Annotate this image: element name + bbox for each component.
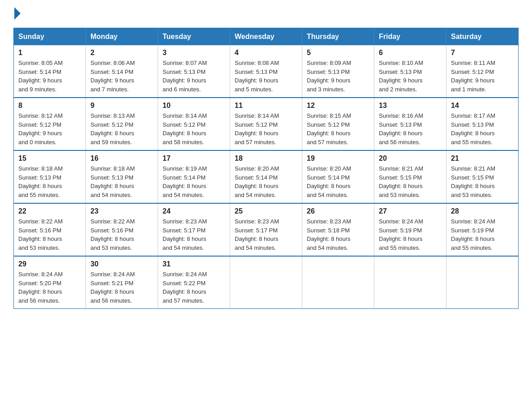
day-number: 30: [90, 260, 153, 268]
day-info: Sunrise: 8:24 AMSunset: 5:19 PMDaylight:…: [451, 217, 514, 252]
day-info: Sunrise: 8:17 AMSunset: 5:13 PMDaylight:…: [451, 111, 514, 146]
calendar-day-cell: 26Sunrise: 8:23 AMSunset: 5:18 PMDayligh…: [302, 203, 374, 256]
day-info: Sunrise: 8:24 AMSunset: 5:21 PMDaylight:…: [90, 270, 153, 305]
day-info: Sunrise: 8:24 AMSunset: 5:22 PMDaylight:…: [163, 270, 225, 305]
calendar-day-cell: 4Sunrise: 8:08 AMSunset: 5:13 PMDaylight…: [230, 45, 302, 98]
day-number: 23: [90, 207, 153, 215]
day-number: 3: [163, 49, 225, 57]
calendar-day-cell: 11Sunrise: 8:14 AMSunset: 5:12 PMDayligh…: [230, 98, 302, 150]
day-number: 8: [18, 102, 81, 110]
calendar-day-cell: 13Sunrise: 8:16 AMSunset: 5:13 PMDayligh…: [374, 98, 446, 150]
calendar-day-cell: 29Sunrise: 8:24 AMSunset: 5:20 PMDayligh…: [14, 256, 86, 309]
calendar-header-sunday: Sunday: [14, 28, 86, 46]
calendar-day-cell: 1Sunrise: 8:05 AMSunset: 5:14 PMDaylight…: [14, 45, 86, 98]
day-info: Sunrise: 8:23 AMSunset: 5:17 PMDaylight:…: [163, 217, 225, 252]
calendar-header-row: SundayMondayTuesdayWednesdayThursdayFrid…: [14, 28, 519, 46]
day-number: 21: [451, 154, 514, 163]
calendar-header-wednesday: Wednesday: [230, 28, 302, 46]
day-info: Sunrise: 8:13 AMSunset: 5:12 PMDaylight:…: [90, 111, 153, 146]
calendar-header-thursday: Thursday: [302, 28, 374, 46]
calendar-day-cell: 16Sunrise: 8:18 AMSunset: 5:13 PMDayligh…: [86, 150, 158, 203]
day-info: Sunrise: 8:12 AMSunset: 5:12 PMDaylight:…: [18, 111, 81, 146]
calendar-header-monday: Monday: [86, 28, 158, 46]
calendar-day-cell: 3Sunrise: 8:07 AMSunset: 5:13 PMDaylight…: [158, 45, 230, 98]
calendar-day-cell: [374, 256, 446, 309]
day-number: 7: [451, 49, 514, 57]
day-number: 1: [18, 49, 81, 57]
day-info: Sunrise: 8:07 AMSunset: 5:13 PMDaylight:…: [163, 59, 225, 94]
calendar-week-row: 15Sunrise: 8:18 AMSunset: 5:13 PMDayligh…: [14, 150, 519, 203]
day-info: Sunrise: 8:14 AMSunset: 5:12 PMDaylight:…: [235, 111, 297, 146]
page-header: [13, 9, 519, 20]
calendar-day-cell: 5Sunrise: 8:09 AMSunset: 5:13 PMDaylight…: [302, 45, 374, 98]
day-info: Sunrise: 8:24 AMSunset: 5:20 PMDaylight:…: [18, 270, 81, 305]
day-info: Sunrise: 8:09 AMSunset: 5:13 PMDaylight:…: [307, 59, 369, 94]
day-number: 16: [90, 154, 153, 163]
day-info: Sunrise: 8:15 AMSunset: 5:12 PMDaylight:…: [307, 111, 369, 146]
day-number: 12: [307, 102, 369, 110]
calendar-week-row: 1Sunrise: 8:05 AMSunset: 5:14 PMDaylight…: [14, 45, 519, 98]
day-number: 31: [163, 260, 225, 268]
calendar-day-cell: 28Sunrise: 8:24 AMSunset: 5:19 PMDayligh…: [446, 203, 519, 256]
day-number: 20: [379, 154, 442, 163]
day-number: 9: [90, 102, 153, 110]
day-info: Sunrise: 8:21 AMSunset: 5:15 PMDaylight:…: [451, 164, 514, 199]
calendar-day-cell: [230, 256, 302, 309]
day-number: 11: [235, 102, 297, 110]
calendar-day-cell: 2Sunrise: 8:06 AMSunset: 5:14 PMDaylight…: [86, 45, 158, 98]
calendar-header-saturday: Saturday: [446, 28, 519, 46]
calendar-day-cell: [302, 256, 374, 309]
day-number: 13: [379, 102, 442, 110]
calendar-day-cell: 6Sunrise: 8:10 AMSunset: 5:13 PMDaylight…: [374, 45, 446, 98]
calendar-day-cell: 24Sunrise: 8:23 AMSunset: 5:17 PMDayligh…: [158, 203, 230, 256]
day-info: Sunrise: 8:18 AMSunset: 5:13 PMDaylight:…: [90, 164, 153, 199]
day-info: Sunrise: 8:21 AMSunset: 5:15 PMDaylight:…: [379, 164, 442, 199]
day-number: 27: [379, 207, 442, 215]
day-number: 22: [18, 207, 81, 215]
day-info: Sunrise: 8:16 AMSunset: 5:13 PMDaylight:…: [379, 111, 442, 146]
day-number: 6: [379, 49, 442, 57]
day-info: Sunrise: 8:24 AMSunset: 5:19 PMDaylight:…: [379, 217, 442, 252]
calendar-day-cell: 18Sunrise: 8:20 AMSunset: 5:14 PMDayligh…: [230, 150, 302, 203]
day-info: Sunrise: 8:06 AMSunset: 5:14 PMDaylight:…: [90, 59, 153, 94]
calendar-day-cell: 30Sunrise: 8:24 AMSunset: 5:21 PMDayligh…: [86, 256, 158, 309]
day-number: 14: [451, 102, 514, 110]
calendar-day-cell: 17Sunrise: 8:19 AMSunset: 5:14 PMDayligh…: [158, 150, 230, 203]
day-info: Sunrise: 8:20 AMSunset: 5:14 PMDaylight:…: [307, 164, 369, 199]
calendar-day-cell: 9Sunrise: 8:13 AMSunset: 5:12 PMDaylight…: [86, 98, 158, 150]
calendar-day-cell: 19Sunrise: 8:20 AMSunset: 5:14 PMDayligh…: [302, 150, 374, 203]
day-info: Sunrise: 8:22 AMSunset: 5:16 PMDaylight:…: [90, 217, 153, 252]
calendar-table: SundayMondayTuesdayWednesdayThursdayFrid…: [13, 28, 519, 309]
day-number: 5: [307, 49, 369, 57]
calendar-day-cell: 12Sunrise: 8:15 AMSunset: 5:12 PMDayligh…: [302, 98, 374, 150]
calendar-day-cell: 23Sunrise: 8:22 AMSunset: 5:16 PMDayligh…: [86, 203, 158, 256]
calendar-day-cell: 7Sunrise: 8:11 AMSunset: 5:12 PMDaylight…: [446, 45, 519, 98]
calendar-day-cell: 15Sunrise: 8:18 AMSunset: 5:13 PMDayligh…: [14, 150, 86, 203]
day-number: 29: [18, 260, 81, 268]
calendar-day-cell: 31Sunrise: 8:24 AMSunset: 5:22 PMDayligh…: [158, 256, 230, 309]
calendar-day-cell: 27Sunrise: 8:24 AMSunset: 5:19 PMDayligh…: [374, 203, 446, 256]
day-number: 15: [18, 154, 81, 163]
logo-triangle-icon: [14, 7, 21, 20]
day-info: Sunrise: 8:08 AMSunset: 5:13 PMDaylight:…: [235, 59, 297, 94]
day-number: 25: [235, 207, 297, 215]
day-number: 17: [163, 154, 225, 163]
day-info: Sunrise: 8:22 AMSunset: 5:16 PMDaylight:…: [18, 217, 81, 252]
day-number: 10: [163, 102, 225, 110]
calendar-header-friday: Friday: [374, 28, 446, 46]
day-info: Sunrise: 8:11 AMSunset: 5:12 PMDaylight:…: [451, 59, 514, 94]
calendar-week-row: 22Sunrise: 8:22 AMSunset: 5:16 PMDayligh…: [14, 203, 519, 256]
calendar-header-tuesday: Tuesday: [158, 28, 230, 46]
day-info: Sunrise: 8:05 AMSunset: 5:14 PMDaylight:…: [18, 59, 81, 94]
calendar-week-row: 8Sunrise: 8:12 AMSunset: 5:12 PMDaylight…: [14, 98, 519, 150]
day-info: Sunrise: 8:18 AMSunset: 5:13 PMDaylight:…: [18, 164, 81, 199]
day-info: Sunrise: 8:10 AMSunset: 5:13 PMDaylight:…: [379, 59, 442, 94]
calendar-day-cell: 20Sunrise: 8:21 AMSunset: 5:15 PMDayligh…: [374, 150, 446, 203]
day-number: 26: [307, 207, 369, 215]
day-number: 4: [235, 49, 297, 57]
day-info: Sunrise: 8:19 AMSunset: 5:14 PMDaylight:…: [163, 164, 225, 199]
logo: [13, 9, 21, 20]
calendar-day-cell: 21Sunrise: 8:21 AMSunset: 5:15 PMDayligh…: [446, 150, 519, 203]
calendar-week-row: 29Sunrise: 8:24 AMSunset: 5:20 PMDayligh…: [14, 256, 519, 309]
day-number: 24: [163, 207, 225, 215]
